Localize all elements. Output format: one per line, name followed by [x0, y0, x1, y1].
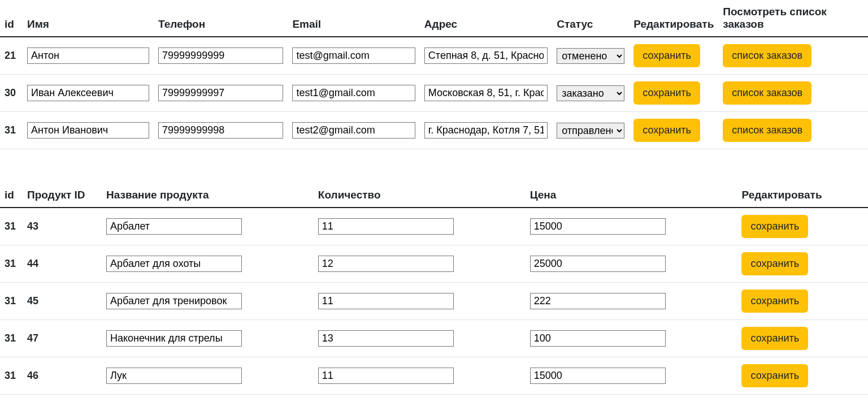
product-quantity-cell — [314, 208, 526, 245]
product-order-id-cell: 31 — [0, 320, 23, 357]
order-phone-input[interactable] — [158, 47, 283, 64]
table-row: 31отмененозаказаноотправленосохранитьспи… — [0, 112, 868, 149]
order-list-cell: список заказов — [718, 112, 868, 149]
product-product_name-cell — [102, 245, 314, 283]
order-save-cell: сохранить — [629, 112, 718, 149]
order-name-cell — [23, 112, 154, 149]
save-button[interactable]: сохранить — [633, 81, 700, 105]
table-row: 3145сохранить — [0, 283, 868, 320]
orders-list-button[interactable]: список заказов — [723, 81, 811, 105]
order-name-input[interactable] — [27, 47, 149, 64]
save-button[interactable]: сохранить — [741, 290, 808, 313]
order-address-input[interactable] — [424, 47, 548, 64]
order-name-cell — [23, 75, 154, 112]
save-button[interactable]: сохранить — [741, 327, 808, 350]
order-save-cell: сохранить — [629, 75, 718, 112]
products-table: id Продукт ID Название продукта Количест… — [0, 183, 868, 395]
product-price-cell — [526, 320, 737, 357]
save-button[interactable]: сохранить — [633, 44, 700, 67]
order-id-cell: 21 — [0, 37, 23, 75]
table-row: 21отмененозаказаноотправленосохранитьспи… — [0, 37, 868, 75]
order-email-input[interactable] — [292, 47, 415, 64]
order-name-cell — [23, 37, 154, 75]
product-quantity-input[interactable] — [318, 218, 454, 235]
products-header-quantity: Количество — [314, 183, 526, 208]
order-email-input[interactable] — [292, 85, 415, 101]
order-phone-input[interactable] — [158, 122, 283, 139]
order-email-cell — [288, 75, 419, 112]
products-header-product-name: Название продукта — [102, 183, 314, 208]
product-price-input[interactable] — [530, 330, 666, 347]
table-row: 3143сохранить — [0, 208, 868, 245]
order-email-input[interactable] — [292, 122, 415, 139]
order-name-input[interactable] — [27, 122, 149, 139]
order-status-cell: отмененозаказаноотправлено — [552, 112, 629, 149]
product-quantity-cell — [314, 357, 526, 395]
product-price-input[interactable] — [530, 293, 666, 309]
orders-list-button[interactable]: список заказов — [723, 44, 811, 67]
products-header-edit: Редактировать — [737, 183, 868, 208]
order-name-input[interactable] — [27, 85, 149, 101]
table-row: 3147сохранить — [0, 320, 868, 357]
table-row: 30отмененозаказаноотправленосохранитьспи… — [0, 75, 868, 112]
order-id-cell: 31 — [0, 112, 23, 149]
order-address-cell — [420, 75, 552, 112]
product-price-cell — [526, 283, 737, 320]
save-button[interactable]: сохранить — [741, 252, 808, 275]
save-button[interactable]: сохранить — [633, 119, 700, 142]
product-quantity-input[interactable] — [318, 368, 454, 384]
product-product_name-input[interactable] — [106, 368, 242, 384]
product-id-cell: 45 — [23, 283, 102, 320]
order-list-cell: список заказов — [718, 37, 868, 75]
orders-header-view-orders: Посмотреть список заказов — [718, 0, 868, 37]
order-phone-input[interactable] — [158, 85, 283, 101]
products-header-price: Цена — [526, 183, 737, 208]
order-address-cell — [420, 37, 552, 75]
product-product_name-input[interactable] — [106, 256, 242, 272]
order-status-select[interactable]: отмененозаказаноотправлено — [557, 85, 624, 101]
order-status-select[interactable]: отмененозаказаноотправлено — [557, 48, 624, 64]
order-email-cell — [288, 37, 419, 75]
product-save-cell: сохранить — [737, 245, 868, 283]
orders-header-status: Статус — [552, 0, 629, 37]
product-save-cell: сохранить — [737, 357, 868, 395]
orders-header-id: id — [0, 0, 23, 37]
product-quantity-cell — [314, 245, 526, 283]
orders-list-button[interactable]: список заказов — [723, 119, 811, 142]
save-button[interactable]: сохранить — [741, 364, 808, 387]
order-address-cell — [420, 112, 552, 149]
order-phone-cell — [154, 37, 288, 75]
product-quantity-input[interactable] — [318, 293, 454, 309]
product-order-id-cell: 31 — [0, 357, 23, 395]
order-address-input[interactable] — [424, 85, 548, 101]
product-product_name-input[interactable] — [106, 330, 242, 347]
product-product_name-input[interactable] — [106, 218, 242, 235]
order-list-cell: список заказов — [718, 75, 868, 112]
product-price-cell — [526, 208, 737, 245]
order-status-cell: отмененозаказаноотправлено — [552, 75, 629, 112]
product-id-cell: 44 — [23, 245, 102, 283]
products-header-product-id: Продукт ID — [23, 183, 102, 208]
order-status-cell: отмененозаказаноотправлено — [552, 37, 629, 75]
product-save-cell: сохранить — [737, 208, 868, 245]
product-save-cell: сохранить — [737, 320, 868, 357]
product-product_name-input[interactable] — [106, 293, 242, 309]
product-product_name-cell — [102, 283, 314, 320]
table-row: 3146сохранить — [0, 357, 868, 395]
orders-header-name: Имя — [23, 0, 154, 37]
product-product_name-cell — [102, 357, 314, 395]
order-address-input[interactable] — [424, 122, 548, 139]
product-quantity-input[interactable] — [318, 256, 454, 272]
product-price-input[interactable] — [530, 218, 666, 235]
product-price-input[interactable] — [530, 368, 666, 384]
products-header-row: id Продукт ID Название продукта Количест… — [0, 183, 868, 208]
order-status-select[interactable]: отмененозаказаноотправлено — [557, 123, 624, 139]
product-product_name-cell — [102, 208, 314, 245]
orders-header-phone: Телефон — [154, 0, 288, 37]
order-phone-cell — [154, 75, 288, 112]
save-button[interactable]: сохранить — [741, 215, 808, 238]
product-id-cell: 46 — [23, 357, 102, 395]
product-price-cell — [526, 357, 737, 395]
product-quantity-input[interactable] — [318, 330, 454, 347]
product-price-input[interactable] — [530, 256, 666, 272]
